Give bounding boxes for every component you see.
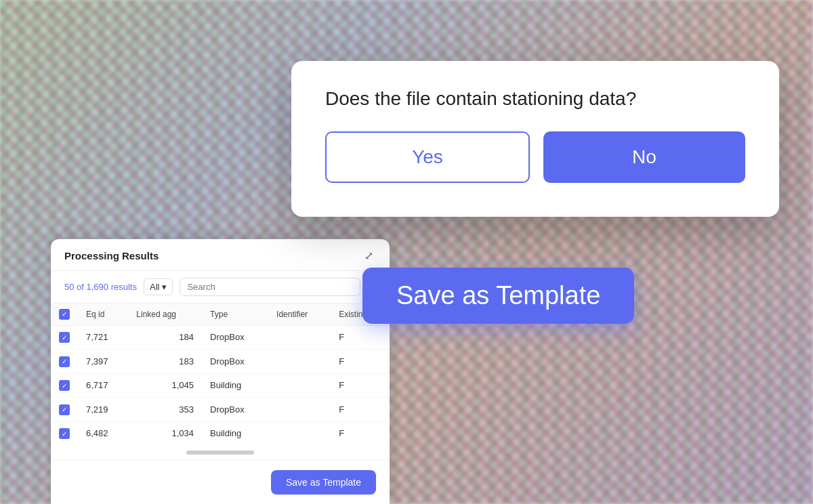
- horizontal-scrollbar[interactable]: [186, 450, 254, 455]
- table-row: ✓ 6,717 1,045 Building F: [51, 373, 390, 398]
- table-row: ✓ 7,219 353 DropBox F: [51, 398, 390, 422]
- cell-existing: F: [331, 421, 390, 445]
- cell-type: DropBox: [202, 398, 268, 422]
- row-checkbox-cell[interactable]: ✓: [51, 398, 78, 422]
- cell-existing: F: [331, 398, 390, 422]
- results-panel: Processing Results ⤢ 50 of 1,690 results…: [51, 239, 390, 505]
- results-header: Processing Results ⤢: [51, 239, 390, 271]
- results-footer: Save as Template: [51, 460, 390, 504]
- header-checkbox[interactable]: ✓: [59, 309, 70, 320]
- cell-eq-id: 7,397: [78, 350, 128, 374]
- table-row: ✓ 7,397 183 DropBox F: [51, 350, 390, 374]
- results-controls: 50 of 1,690 results All ▾ ↻: [51, 271, 390, 303]
- col-type: Type: [202, 303, 268, 326]
- row-checkbox-cell[interactable]: ✓: [51, 421, 78, 445]
- row-checkbox-cell[interactable]: ✓: [51, 373, 78, 398]
- col-eq-id: Eq id: [78, 303, 128, 326]
- dialog-buttons: Yes No: [325, 131, 745, 183]
- results-count-highlight: 1,690 results: [87, 282, 137, 292]
- no-button[interactable]: No: [543, 131, 745, 183]
- row-checkbox[interactable]: ✓: [59, 332, 70, 343]
- cell-linked-agg: 183: [128, 350, 202, 374]
- cell-identifier: [268, 325, 331, 350]
- save-as-template-small-button[interactable]: Save as Template: [271, 470, 376, 495]
- results-count: 50 of 1,690 results: [64, 282, 137, 292]
- cell-existing: F: [331, 325, 390, 350]
- cell-identifier: [268, 373, 331, 398]
- cell-type: DropBox: [202, 350, 268, 374]
- chevron-down-icon: ▾: [162, 282, 167, 292]
- results-count-static: 50 of: [64, 282, 87, 292]
- cell-linked-agg: 184: [128, 325, 202, 350]
- cell-linked-agg: 353: [128, 398, 202, 422]
- cell-existing: F: [331, 373, 390, 398]
- save-as-template-big-label: Save as Template: [362, 268, 634, 324]
- col-identifier: Identifier: [268, 303, 331, 326]
- results-table: ✓ Eq id Linked agg Type Identifier Exist…: [51, 303, 390, 446]
- cell-eq-id: 7,721: [78, 325, 128, 350]
- row-checkbox-cell[interactable]: ✓: [51, 350, 78, 374]
- col-checkbox: ✓: [51, 303, 78, 326]
- col-linked-agg: Linked agg: [128, 303, 202, 326]
- cell-type: Building: [202, 373, 268, 398]
- cell-linked-agg: 1,045: [128, 373, 202, 398]
- table-header-row: ✓ Eq id Linked agg Type Identifier Exist…: [51, 303, 390, 326]
- cell-eq-id: 7,219: [78, 398, 128, 422]
- row-checkbox[interactable]: ✓: [59, 428, 70, 439]
- yes-button[interactable]: Yes: [325, 131, 530, 183]
- results-panel-title: Processing Results: [64, 250, 159, 261]
- cell-eq-id: 6,482: [78, 421, 128, 445]
- cell-eq-id: 6,717: [78, 373, 128, 398]
- dialog-title: Does the file contain stationing data?: [325, 88, 745, 110]
- cell-identifier: [268, 350, 331, 374]
- cell-identifier: [268, 398, 331, 422]
- search-input[interactable]: [180, 278, 360, 296]
- filter-select[interactable]: All ▾: [144, 278, 173, 295]
- filter-value: All: [150, 282, 159, 292]
- row-checkbox[interactable]: ✓: [59, 356, 70, 367]
- cell-existing: F: [331, 350, 390, 374]
- cell-linked-agg: 1,034: [128, 421, 202, 445]
- row-checkbox-cell[interactable]: ✓: [51, 325, 78, 350]
- row-checkbox[interactable]: ✓: [59, 380, 70, 391]
- cell-type: DropBox: [202, 325, 268, 350]
- table-row: ✓ 7,721 184 DropBox F: [51, 325, 390, 350]
- dialog: Does the file contain stationing data? Y…: [291, 61, 779, 217]
- cell-type: Building: [202, 421, 268, 445]
- cell-identifier: [268, 421, 331, 445]
- table-row: ✓ 6,482 1,034 Building F: [51, 421, 390, 445]
- expand-icon[interactable]: ⤢: [361, 249, 376, 264]
- row-checkbox[interactable]: ✓: [59, 404, 70, 415]
